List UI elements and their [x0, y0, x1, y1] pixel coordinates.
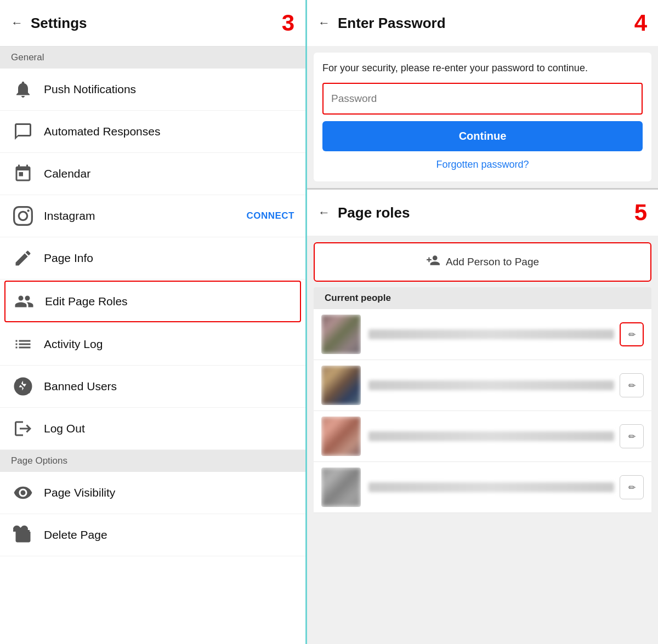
delete-icon — [11, 523, 35, 547]
person-name-1 — [368, 329, 614, 339]
settings-back-button[interactable]: ← — [11, 16, 23, 30]
sidebar-item-banned-users[interactable]: Banned Users — [0, 366, 305, 408]
settings-header: ← Settings 3 — [0, 0, 305, 47]
page-roles-back-button[interactable]: ← — [318, 206, 330, 220]
settings-title: Settings — [31, 15, 276, 32]
person-item-3: ✏ — [314, 411, 651, 462]
delete-page-label: Delete Page — [44, 528, 294, 542]
continue-button[interactable]: Continue — [322, 121, 643, 151]
sidebar-item-push-notifications[interactable]: Push Notifications — [0, 69, 305, 111]
edit-person-2-button[interactable]: ✏ — [620, 373, 644, 397]
left-panel: ← Settings 3 General Push Notifications … — [0, 0, 307, 644]
edit-person-1-button[interactable]: ✏ — [620, 322, 644, 346]
sidebar-item-automated-responses[interactable]: Automated Responses — [0, 111, 305, 153]
bell-icon — [11, 77, 35, 101]
person-name-4 — [368, 482, 614, 492]
general-section-label: General — [0, 47, 305, 69]
enter-password-header: ← Enter Password 4 — [307, 0, 658, 46]
avatar-3 — [321, 417, 361, 456]
person-name-2 — [368, 380, 614, 390]
push-notifications-label: Push Notifications — [44, 83, 294, 96]
banned-users-label: Banned Users — [44, 380, 294, 393]
person-item-2: ✏ — [314, 360, 651, 411]
eye-icon — [11, 481, 35, 505]
person-name-area-1 — [368, 329, 620, 339]
avatar-4 — [321, 468, 361, 507]
instagram-connect-badge[interactable]: CONNECT — [246, 210, 294, 221]
pencil-icon — [11, 246, 35, 270]
calendar-label: Calendar — [44, 167, 294, 180]
edit-page-roles-label: Edit Page Roles — [45, 295, 293, 308]
logout-icon — [11, 417, 35, 441]
sidebar-item-instagram[interactable]: Instagram CONNECT — [0, 195, 305, 237]
person-name-area-2 — [368, 380, 620, 390]
sidebar-item-page-visibility[interactable]: Page Visibility — [0, 472, 305, 514]
activity-log-label: Activity Log — [44, 338, 294, 351]
automated-responses-label: Automated Responses — [44, 125, 294, 138]
sidebar-item-calendar[interactable]: Calendar — [0, 153, 305, 195]
chat-icon — [11, 119, 35, 144]
sidebar-item-activity-log[interactable]: Activity Log — [0, 323, 305, 366]
add-person-icon — [426, 253, 440, 271]
sidebar-item-log-out[interactable]: Log Out — [0, 408, 305, 450]
current-people-label: Current people — [314, 287, 651, 309]
calendar-icon — [11, 162, 35, 186]
instagram-icon — [11, 204, 35, 228]
sidebar-item-page-info[interactable]: Page Info — [0, 237, 305, 280]
person-name-3 — [368, 431, 614, 441]
sidebar-item-edit-page-roles[interactable]: Edit Page Roles — [4, 281, 301, 322]
page-roles-header: ← Page roles 5 — [307, 190, 658, 236]
right-panel: ← Enter Password 4 For your security, pl… — [307, 0, 658, 644]
add-person-label: Add Person to Page — [446, 256, 539, 268]
page-roles-section: ← Page roles 5 Add Person to Page Curren… — [307, 190, 658, 644]
page-options-section-label: Page Options — [0, 450, 305, 472]
step-5-badge: 5 — [634, 200, 647, 226]
forgotten-password-link[interactable]: Forgotten password? — [322, 157, 643, 173]
page-roles-title: Page roles — [338, 204, 629, 221]
enter-password-back-button[interactable]: ← — [318, 16, 330, 30]
page-visibility-label: Page Visibility — [44, 486, 294, 499]
add-person-button[interactable]: Add Person to Page — [314, 242, 651, 282]
enter-password-title: Enter Password — [338, 15, 629, 32]
password-card: For your security, please re-enter your … — [314, 53, 651, 181]
instagram-label: Instagram — [44, 209, 246, 223]
password-input[interactable] — [324, 84, 642, 113]
avatar-2 — [321, 366, 361, 405]
password-input-wrapper — [322, 83, 643, 115]
enter-password-section: ← Enter Password 4 For your security, pl… — [307, 0, 658, 188]
edit-person-3-button[interactable]: ✏ — [620, 424, 644, 448]
person-list: ✏ ✏ ✏ — [314, 309, 651, 513]
log-out-label: Log Out — [44, 422, 294, 435]
person-item-4: ✏ — [314, 462, 651, 513]
list-icon — [11, 332, 35, 356]
avatar-1 — [321, 315, 361, 354]
step-4-badge: 4 — [634, 10, 647, 36]
person-name-area-3 — [368, 431, 620, 441]
edit-person-4-button[interactable]: ✏ — [620, 475, 644, 499]
sidebar-item-delete-page[interactable]: Delete Page — [0, 514, 305, 556]
people-icon — [12, 289, 36, 314]
person-name-area-4 — [368, 482, 620, 492]
step-3-badge: 3 — [282, 10, 294, 36]
banned-icon — [11, 374, 35, 398]
page-info-label: Page Info — [44, 252, 294, 265]
person-item-1: ✏ — [314, 309, 651, 360]
security-text: For your security, please re-enter your … — [322, 61, 643, 75]
